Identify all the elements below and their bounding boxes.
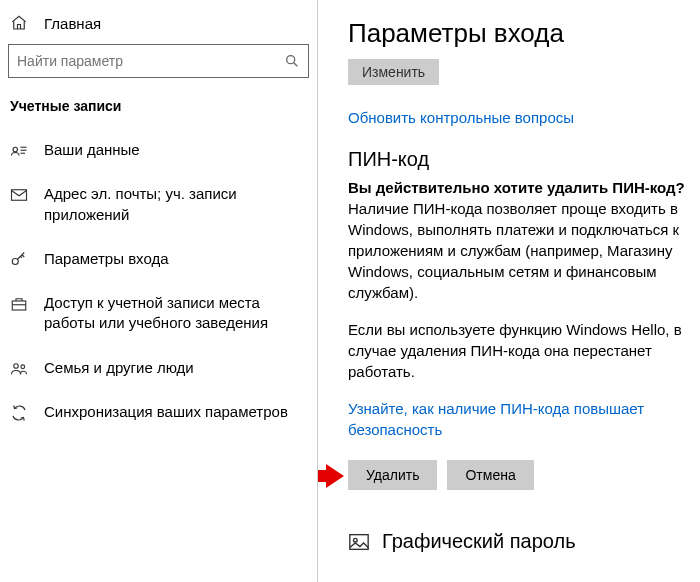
cancel-button[interactable]: Отмена: [447, 460, 533, 490]
svg-point-0: [287, 56, 295, 64]
sidebar-item-label: Синхронизация ваших параметров: [44, 402, 288, 422]
sidebar-item-label: Параметры входа: [44, 249, 169, 269]
home-label: Главная: [44, 15, 101, 32]
sidebar-item-label: Ваши данные: [44, 140, 140, 160]
home-icon: [10, 14, 28, 32]
sidebar-item-label: Доступ к учетной записи места работы или…: [44, 293, 307, 334]
person-card-icon: [10, 142, 28, 160]
search-input[interactable]: [17, 53, 284, 69]
svg-point-2: [13, 147, 18, 152]
svg-marker-12: [318, 464, 344, 488]
confirm-question: Вы действительно хотите удалить ПИН-код?: [348, 179, 686, 196]
red-arrow-icon: [318, 464, 344, 488]
sidebar-item-family[interactable]: Семья и другие люди: [0, 346, 317, 390]
pin-section-heading: ПИН-код: [348, 148, 686, 171]
svg-rect-8: [12, 301, 26, 310]
svg-point-7: [12, 258, 18, 264]
delete-button[interactable]: Удалить: [348, 460, 437, 490]
learn-more-link[interactable]: Узнайте, как наличие ПИН-кода повышает б…: [348, 398, 686, 440]
pin-description-1: Наличие ПИН-кода позволяет проще входить…: [348, 198, 686, 303]
section-title: Учетные записи: [0, 92, 317, 128]
update-questions-link[interactable]: Обновить контрольные вопросы: [348, 107, 686, 128]
search-box[interactable]: [8, 44, 309, 78]
picture-icon: [348, 531, 370, 553]
mail-icon: [10, 186, 28, 204]
change-button[interactable]: Изменить: [348, 59, 439, 85]
sidebar-item-email-accounts[interactable]: Адрес эл. почты; уч. записи приложений: [0, 172, 317, 237]
sidebar-item-signin-options[interactable]: Параметры входа: [0, 237, 317, 281]
key-icon: [10, 251, 28, 269]
sidebar-item-work-access[interactable]: Доступ к учетной записи места работы или…: [0, 281, 317, 346]
picture-password-heading: Графический пароль: [382, 530, 576, 553]
svg-rect-13: [350, 534, 368, 549]
sidebar-item-sync[interactable]: Синхронизация ваших параметров: [0, 390, 317, 434]
home-button[interactable]: Главная: [0, 8, 317, 44]
page-title: Параметры входа: [348, 18, 686, 49]
svg-line-1: [294, 63, 297, 66]
svg-point-11: [21, 364, 25, 368]
sync-icon: [10, 404, 28, 422]
sidebar-item-your-info[interactable]: Ваши данные: [0, 128, 317, 172]
people-icon: [10, 360, 28, 378]
pin-description-2: Если вы используете функцию Windows Hell…: [348, 319, 686, 382]
search-icon: [284, 53, 300, 69]
svg-point-10: [14, 363, 19, 368]
svg-point-14: [354, 538, 358, 542]
sidebar-item-label: Семья и другие люди: [44, 358, 194, 378]
svg-rect-6: [12, 190, 27, 201]
briefcase-icon: [10, 295, 28, 313]
sidebar-item-label: Адрес эл. почты; уч. записи приложений: [44, 184, 307, 225]
